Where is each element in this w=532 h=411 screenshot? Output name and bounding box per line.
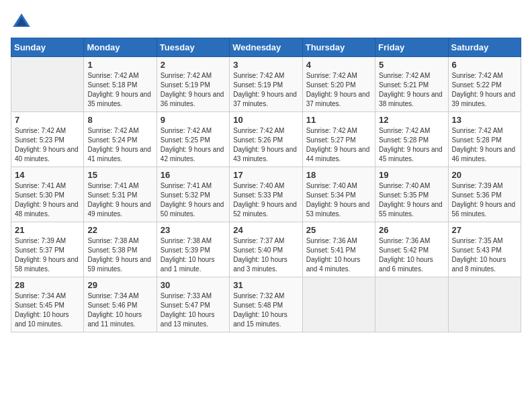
day-number: 26 xyxy=(379,225,444,235)
day-info: Sunrise: 7:40 AMSunset: 5:35 PMDaylight:… xyxy=(379,181,444,219)
day-number: 22 xyxy=(87,225,152,235)
day-info: Sunrise: 7:39 AMSunset: 5:36 PMDaylight:… xyxy=(452,181,517,219)
calendar-cell: 27Sunrise: 7:35 AMSunset: 5:43 PMDayligh… xyxy=(448,222,521,277)
calendar-cell: 15Sunrise: 7:41 AMSunset: 5:31 PMDayligh… xyxy=(84,167,157,222)
day-info: Sunrise: 7:38 AMSunset: 5:39 PMDaylight:… xyxy=(161,236,226,274)
week-row-1: 1Sunrise: 7:42 AMSunset: 5:18 PMDaylight… xyxy=(11,57,521,112)
day-number: 11 xyxy=(306,115,371,125)
calendar-cell: 7Sunrise: 7:42 AMSunset: 5:23 PMDaylight… xyxy=(11,112,84,167)
day-number: 23 xyxy=(161,225,226,235)
day-info: Sunrise: 7:42 AMSunset: 5:21 PMDaylight:… xyxy=(379,71,444,109)
calendar-cell: 1Sunrise: 7:42 AMSunset: 5:18 PMDaylight… xyxy=(84,57,157,112)
day-info: Sunrise: 7:41 AMSunset: 5:32 PMDaylight:… xyxy=(161,181,226,219)
calendar-cell: 11Sunrise: 7:42 AMSunset: 5:27 PMDayligh… xyxy=(302,112,375,167)
calendar-cell: 8Sunrise: 7:42 AMSunset: 5:24 PMDaylight… xyxy=(84,112,157,167)
calendar-cell: 21Sunrise: 7:39 AMSunset: 5:37 PMDayligh… xyxy=(11,222,84,277)
day-number: 30 xyxy=(161,280,226,290)
calendar-header-row: SundayMondayTuesdayWednesdayThursdayFrid… xyxy=(11,38,521,57)
calendar-cell xyxy=(375,277,448,332)
day-header-thursday: Thursday xyxy=(302,38,375,57)
calendar-cell xyxy=(302,277,375,332)
day-header-tuesday: Tuesday xyxy=(157,38,229,57)
calendar-cell: 16Sunrise: 7:41 AMSunset: 5:32 PMDayligh… xyxy=(157,167,229,222)
day-info: Sunrise: 7:40 AMSunset: 5:33 PMDaylight:… xyxy=(233,181,298,219)
day-info: Sunrise: 7:42 AMSunset: 5:20 PMDaylight:… xyxy=(306,71,371,109)
day-number: 28 xyxy=(15,280,80,290)
day-info: Sunrise: 7:42 AMSunset: 5:26 PMDaylight:… xyxy=(233,126,298,164)
day-number: 3 xyxy=(233,60,298,70)
calendar-cell: 2Sunrise: 7:42 AMSunset: 5:19 PMDaylight… xyxy=(157,57,229,112)
calendar-cell: 22Sunrise: 7:38 AMSunset: 5:38 PMDayligh… xyxy=(84,222,157,277)
calendar-cell: 20Sunrise: 7:39 AMSunset: 5:36 PMDayligh… xyxy=(448,167,521,222)
day-header-friday: Friday xyxy=(375,38,448,57)
day-number: 7 xyxy=(15,115,80,125)
calendar-cell: 28Sunrise: 7:34 AMSunset: 5:45 PMDayligh… xyxy=(11,277,84,332)
calendar-cell: 4Sunrise: 7:42 AMSunset: 5:20 PMDaylight… xyxy=(302,57,375,112)
calendar-cell xyxy=(11,57,84,112)
day-info: Sunrise: 7:42 AMSunset: 5:24 PMDaylight:… xyxy=(87,126,152,164)
day-number: 27 xyxy=(452,225,517,235)
day-number: 12 xyxy=(379,115,444,125)
day-number: 6 xyxy=(452,60,517,70)
day-info: Sunrise: 7:37 AMSunset: 5:40 PMDaylight:… xyxy=(233,236,298,274)
day-number: 8 xyxy=(87,115,152,125)
day-number: 19 xyxy=(379,170,444,180)
day-number: 25 xyxy=(306,225,371,235)
day-number: 14 xyxy=(15,170,80,180)
week-row-2: 7Sunrise: 7:42 AMSunset: 5:23 PMDaylight… xyxy=(11,112,521,167)
day-info: Sunrise: 7:42 AMSunset: 5:27 PMDaylight:… xyxy=(306,126,371,164)
day-number: 21 xyxy=(15,225,80,235)
day-info: Sunrise: 7:38 AMSunset: 5:38 PMDaylight:… xyxy=(87,236,152,274)
day-info: Sunrise: 7:35 AMSunset: 5:43 PMDaylight:… xyxy=(452,236,517,274)
day-info: Sunrise: 7:42 AMSunset: 5:28 PMDaylight:… xyxy=(379,126,444,164)
page-header xyxy=(11,11,521,32)
day-number: 31 xyxy=(233,280,298,290)
day-info: Sunrise: 7:41 AMSunset: 5:31 PMDaylight:… xyxy=(87,181,152,219)
day-number: 20 xyxy=(452,170,517,180)
calendar-cell: 13Sunrise: 7:42 AMSunset: 5:28 PMDayligh… xyxy=(448,112,521,167)
day-info: Sunrise: 7:34 AMSunset: 5:45 PMDaylight:… xyxy=(15,291,80,329)
day-info: Sunrise: 7:42 AMSunset: 5:25 PMDaylight:… xyxy=(161,126,226,164)
calendar-cell: 29Sunrise: 7:34 AMSunset: 5:46 PMDayligh… xyxy=(84,277,157,332)
week-row-3: 14Sunrise: 7:41 AMSunset: 5:30 PMDayligh… xyxy=(11,167,521,222)
calendar-cell: 23Sunrise: 7:38 AMSunset: 5:39 PMDayligh… xyxy=(157,222,229,277)
day-number: 16 xyxy=(161,170,226,180)
day-number: 24 xyxy=(233,225,298,235)
calendar-cell: 5Sunrise: 7:42 AMSunset: 5:21 PMDaylight… xyxy=(375,57,448,112)
calendar-cell: 14Sunrise: 7:41 AMSunset: 5:30 PMDayligh… xyxy=(11,167,84,222)
calendar-cell: 18Sunrise: 7:40 AMSunset: 5:34 PMDayligh… xyxy=(302,167,375,222)
week-row-5: 28Sunrise: 7:34 AMSunset: 5:45 PMDayligh… xyxy=(11,277,521,332)
day-info: Sunrise: 7:42 AMSunset: 5:22 PMDaylight:… xyxy=(452,71,517,109)
day-number: 29 xyxy=(87,280,152,290)
calendar-table: SundayMondayTuesdayWednesdayThursdayFrid… xyxy=(11,38,521,332)
calendar-cell: 17Sunrise: 7:40 AMSunset: 5:33 PMDayligh… xyxy=(230,167,302,222)
calendar-cell: 3Sunrise: 7:42 AMSunset: 5:19 PMDaylight… xyxy=(230,57,302,112)
day-info: Sunrise: 7:33 AMSunset: 5:47 PMDaylight:… xyxy=(161,291,226,329)
day-number: 5 xyxy=(379,60,444,70)
logo xyxy=(11,11,35,32)
day-number: 15 xyxy=(87,170,152,180)
day-info: Sunrise: 7:42 AMSunset: 5:18 PMDaylight:… xyxy=(87,71,152,109)
day-info: Sunrise: 7:42 AMSunset: 5:19 PMDaylight:… xyxy=(233,71,298,109)
day-info: Sunrise: 7:42 AMSunset: 5:28 PMDaylight:… xyxy=(452,126,517,164)
calendar-cell: 12Sunrise: 7:42 AMSunset: 5:28 PMDayligh… xyxy=(375,112,448,167)
day-info: Sunrise: 7:42 AMSunset: 5:19 PMDaylight:… xyxy=(161,71,226,109)
day-info: Sunrise: 7:34 AMSunset: 5:46 PMDaylight:… xyxy=(87,291,152,329)
day-number: 18 xyxy=(306,170,371,180)
calendar-cell: 31Sunrise: 7:32 AMSunset: 5:48 PMDayligh… xyxy=(230,277,302,332)
day-info: Sunrise: 7:42 AMSunset: 5:23 PMDaylight:… xyxy=(15,126,80,164)
day-number: 10 xyxy=(233,115,298,125)
day-info: Sunrise: 7:32 AMSunset: 5:48 PMDaylight:… xyxy=(233,291,298,329)
logo-icon xyxy=(11,11,32,32)
day-info: Sunrise: 7:36 AMSunset: 5:41 PMDaylight:… xyxy=(306,236,371,274)
day-info: Sunrise: 7:36 AMSunset: 5:42 PMDaylight:… xyxy=(379,236,444,274)
day-info: Sunrise: 7:41 AMSunset: 5:30 PMDaylight:… xyxy=(15,181,80,219)
day-info: Sunrise: 7:40 AMSunset: 5:34 PMDaylight:… xyxy=(306,181,371,219)
calendar-cell xyxy=(448,277,521,332)
day-number: 1 xyxy=(87,60,152,70)
calendar-cell: 30Sunrise: 7:33 AMSunset: 5:47 PMDayligh… xyxy=(157,277,229,332)
day-number: 9 xyxy=(161,115,226,125)
day-number: 13 xyxy=(452,115,517,125)
calendar-cell: 24Sunrise: 7:37 AMSunset: 5:40 PMDayligh… xyxy=(230,222,302,277)
day-header-sunday: Sunday xyxy=(11,38,84,57)
